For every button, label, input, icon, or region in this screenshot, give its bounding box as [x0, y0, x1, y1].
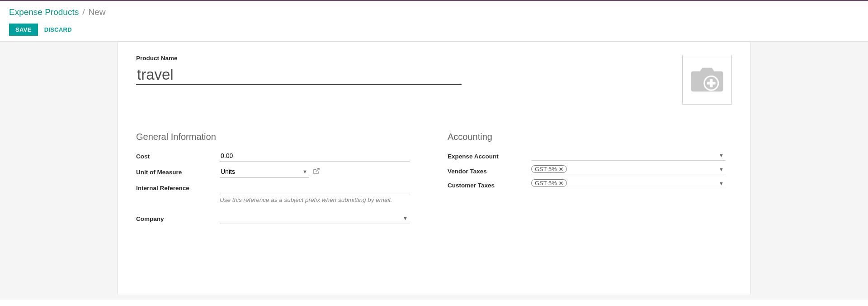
internal-ref-help: Use this reference as a subject prefix w…	[220, 196, 401, 205]
save-button[interactable]: SAVE	[9, 24, 38, 36]
product-name-label: Product Name	[136, 55, 462, 62]
vendor-taxes-field[interactable]: GST 5% ✕ ▼	[531, 165, 726, 174]
row-customer-taxes: Customer Taxes GST 5% ✕ ▼	[448, 179, 732, 189]
customer-tax-tag[interactable]: GST 5% ✕	[531, 179, 567, 187]
title-left: Product Name	[136, 55, 462, 85]
external-link-icon[interactable]	[313, 167, 320, 176]
col-general: General Information Cost Unit of Measure…	[136, 132, 420, 229]
discard-button[interactable]: DISCARD	[44, 26, 72, 33]
svg-rect-3	[707, 82, 716, 85]
action-bar: SAVE DISCARD	[9, 24, 859, 41]
vendor-tax-tag-label: GST 5%	[535, 166, 557, 172]
caret-down-icon[interactable]: ▼	[717, 181, 726, 186]
caret-down-icon[interactable]: ▼	[301, 169, 309, 174]
vendor-tax-tag[interactable]: GST 5% ✕	[531, 165, 567, 173]
caret-down-icon[interactable]: ▼	[401, 215, 410, 221]
scroll-area[interactable]: Product Name General Information Cost	[0, 42, 868, 300]
product-name-input[interactable]	[136, 62, 462, 85]
internal-ref-label: Internal Reference	[136, 182, 220, 191]
cost-input[interactable]	[220, 150, 410, 162]
content-wrap: Product Name General Information Cost	[0, 41, 868, 300]
row-uom: Unit of Measure ▼	[136, 166, 420, 177]
company-select[interactable]: ▼	[220, 213, 410, 224]
expense-account-select[interactable]: ▼	[531, 150, 726, 161]
customer-tax-tag-label: GST 5%	[535, 180, 557, 186]
breadcrumb: Expense Products / New	[9, 7, 859, 17]
internal-ref-input[interactable]	[220, 182, 410, 193]
caret-down-icon[interactable]: ▼	[717, 167, 726, 172]
uom-input[interactable]	[220, 166, 301, 177]
col-accounting: Accounting Expense Account ▼ Vendor Taxe…	[448, 132, 732, 229]
svg-line-4	[316, 168, 319, 172]
row-vendor-taxes: Vendor Taxes GST 5% ✕ ▼	[448, 165, 732, 175]
tag-remove-icon[interactable]: ✕	[559, 180, 563, 186]
breadcrumb-current: New	[88, 7, 105, 17]
row-expense-account: Expense Account ▼	[448, 150, 732, 161]
customer-taxes-field[interactable]: GST 5% ✕ ▼	[531, 179, 726, 188]
title-row: Product Name	[136, 55, 732, 105]
breadcrumb-separator: /	[82, 7, 85, 17]
form-columns: General Information Cost Unit of Measure…	[136, 132, 732, 229]
camera-add-icon	[689, 66, 725, 94]
section-title-general: General Information	[136, 132, 420, 142]
header: Expense Products / New SAVE DISCARD	[0, 1, 868, 41]
form-sheet: Product Name General Information Cost	[118, 42, 750, 295]
caret-down-icon[interactable]: ▼	[717, 153, 726, 158]
uom-select[interactable]: ▼	[220, 166, 309, 177]
expense-account-label: Expense Account	[448, 150, 531, 160]
company-input[interactable]	[220, 213, 401, 224]
row-internal-ref: Internal Reference Use this reference as…	[136, 182, 420, 205]
breadcrumb-root[interactable]: Expense Products	[9, 7, 79, 17]
row-cost: Cost	[136, 150, 420, 162]
uom-label: Unit of Measure	[136, 166, 220, 176]
tag-remove-icon[interactable]: ✕	[559, 166, 563, 172]
cost-label: Cost	[136, 150, 220, 160]
product-image-upload[interactable]	[682, 55, 732, 105]
customer-taxes-label: Customer Taxes	[448, 179, 531, 189]
company-label: Company	[136, 213, 220, 222]
row-company: Company ▼	[136, 213, 420, 224]
vendor-taxes-label: Vendor Taxes	[448, 165, 531, 175]
section-title-accounting: Accounting	[448, 132, 732, 142]
